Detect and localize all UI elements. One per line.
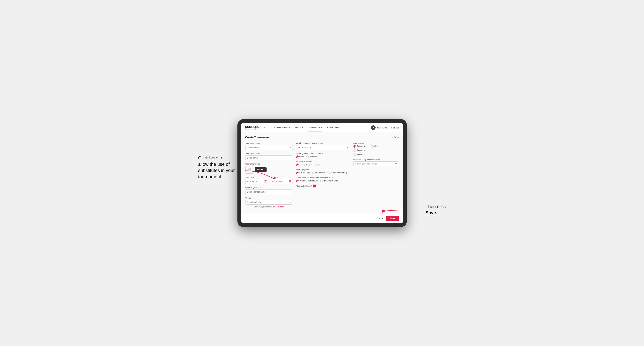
scoring-api-label: Use third-party live scoring API? (354, 158, 399, 161)
tournament-name-section: Tournament name (245, 152, 293, 160)
start-date-icon: 📅 (264, 180, 267, 183)
venue-dropdown-icon: ▾ (290, 201, 291, 203)
teams-radio-group: Teams (+Individuals) Individuals Only (296, 179, 350, 182)
format-options: 5 count 4 Other 6 count 4 (354, 145, 399, 156)
format-5count4-row: 5 count 4 Other (354, 145, 399, 148)
user-label: blair admin (377, 127, 387, 129)
format-other[interactable]: Other (371, 145, 380, 148)
nav-avatar: B (371, 125, 376, 130)
teams-label: Is this event for Teams and/or Individua… (296, 176, 350, 179)
sponsor-section: Sponsor (optional) (245, 186, 293, 194)
tournament-logo-label: Tournament logo (245, 163, 293, 165)
end-date-wrap: 📅 (270, 179, 293, 184)
back-link[interactable]: ‹ Back (392, 136, 399, 138)
gender-womens[interactable]: Womens (306, 156, 318, 158)
sign-out-link[interactable]: Sign out (391, 127, 399, 129)
venue-section: Venue ▾ Can't find your venue? email sup… (245, 197, 293, 208)
rounds-3-radio[interactable] (309, 164, 312, 166)
gender-mens-radio[interactable] (296, 156, 298, 158)
sponsor-input[interactable] (245, 189, 293, 194)
rounds-1-label: 1 (300, 164, 301, 166)
scoring-system-label: Scoring system (296, 169, 350, 171)
nav-teams[interactable]: TEAMS (295, 123, 303, 132)
substitutes-section: Allow substitutes? ✓ (296, 184, 350, 187)
cancel-button[interactable]: Cancel (377, 217, 384, 220)
save-button[interactable]: Save (386, 216, 399, 221)
email-support-link[interactable]: email support (273, 206, 284, 208)
individuals-only[interactable]: Individuals Only (320, 179, 338, 182)
format-5count4[interactable]: 5 count 4 (354, 145, 365, 148)
page-header: Create Tournament ‹ Back (245, 136, 399, 139)
tournament-host-label: Tournament Host (245, 142, 293, 144)
tournament-host-section: Tournament Host ▾ (245, 142, 293, 150)
annotation-right-text: Then clickSave. (425, 204, 446, 215)
scoring-stroke-label: Stroke Play (300, 172, 310, 174)
page-title: Create Tournament (245, 136, 270, 139)
rounds-1-radio[interactable] (296, 164, 298, 166)
sponsor-label: Sponsor (optional) (245, 186, 293, 189)
nav-rankings[interactable]: RANKINGS (327, 123, 340, 132)
division-select[interactable]: NCAA Division I (296, 145, 350, 150)
format-6count5[interactable]: 6 count 5 (354, 154, 399, 156)
navbar: SCOREBOARD Powered by clippd TOURNAMENTS… (241, 123, 403, 132)
form-footer: Cancel Save (241, 214, 403, 223)
venue-label: Venue (245, 197, 293, 199)
rounds-4-label: 4 (319, 164, 320, 166)
rounds-radio-group: 1 2 3 (296, 164, 350, 166)
format-6count4-label: 6 count 4 (357, 149, 365, 152)
individuals-radio[interactable] (320, 179, 323, 182)
scoring-match-radio[interactable] (312, 172, 314, 174)
rounds-2-radio[interactable] (302, 164, 305, 166)
substitutes-checkbox-row: Allow substitutes? ✓ (296, 184, 350, 187)
start-date-wrap: 📅 (245, 179, 268, 184)
scoring-match[interactable]: Match Play (312, 172, 326, 174)
gender-section: Which gender is the event for? Mens Wome… (296, 152, 350, 158)
teams-section: Is this event for Teams and/or Individua… (296, 176, 350, 182)
venue-input[interactable] (245, 200, 293, 204)
format-type-label: Format type (354, 142, 399, 144)
rounds-2-label: 2 (306, 164, 307, 166)
scoring-api-section: Use third-party live scoring API? Select… (354, 158, 399, 166)
logo: SCOREBOARD Powered by clippd (245, 126, 266, 130)
scoring-api-select[interactable]: Select a scoring service (354, 162, 399, 166)
format-6count4-radio[interactable] (354, 149, 356, 152)
format-type-section: Format type 5 count 4 Other (354, 142, 399, 156)
teams-radio[interactable] (296, 179, 298, 182)
scoring-medal-match[interactable]: Medal Match Play (328, 172, 347, 174)
gender-womens-radio[interactable] (306, 156, 309, 158)
end-date-icon: 📅 (289, 180, 292, 183)
substitutes-checkbox[interactable]: ✓ (313, 184, 316, 187)
rounds-4-radio[interactable] (316, 164, 318, 166)
format-other-radio[interactable] (371, 145, 374, 148)
nav-links: TOURNAMENTS TEAMS COMMITTEE RANKINGS (271, 123, 371, 132)
scoring-match-label: Match Play (315, 172, 326, 174)
format-5count4-radio[interactable] (354, 145, 356, 148)
teams-plus-individuals[interactable]: Teams (+Individuals) (296, 179, 318, 182)
gender-womens-label: Womens (310, 156, 318, 158)
gender-mens[interactable]: Mens (296, 156, 304, 158)
rounds-1[interactable]: 1 (296, 164, 301, 166)
scoring-stroke-radio[interactable] (296, 172, 298, 174)
nav-committee[interactable]: COMMITTEE (308, 123, 322, 132)
venue-note: Can't find your venue? email support (245, 206, 293, 208)
tournament-host-input[interactable] (245, 145, 293, 150)
rounds-section: Number of rounds 1 2 (296, 161, 350, 166)
scoring-stroke[interactable]: Stroke Play (296, 172, 310, 174)
rounds-2[interactable]: 2 (302, 164, 307, 166)
scoring-radio-group: Stroke Play Match Play Medal Match Play (296, 172, 350, 174)
rounds-4[interactable]: 4 (316, 164, 320, 166)
tournament-name-input[interactable] (245, 156, 293, 160)
format-6count5-radio[interactable] (354, 154, 356, 156)
gender-mens-label: Mens (300, 156, 304, 158)
scoring-medal-radio[interactable] (328, 172, 330, 174)
scoring-system-section: Scoring system Stroke Play Match Play (296, 169, 350, 174)
division-label: Which division is the event for? (296, 142, 350, 144)
format-6count5-label: 6 count 5 (357, 154, 365, 156)
nav-tournaments[interactable]: TOURNAMENTS (271, 123, 290, 132)
pipe-divider: | (389, 127, 390, 129)
format-5count4-label: 5 count 4 (357, 145, 365, 148)
gender-radio-group: Mens Womens (296, 156, 350, 158)
individuals-label: Individuals Only (324, 179, 338, 182)
rounds-3[interactable]: 3 (309, 164, 314, 166)
format-6count4[interactable]: 6 count 4 (354, 149, 399, 152)
